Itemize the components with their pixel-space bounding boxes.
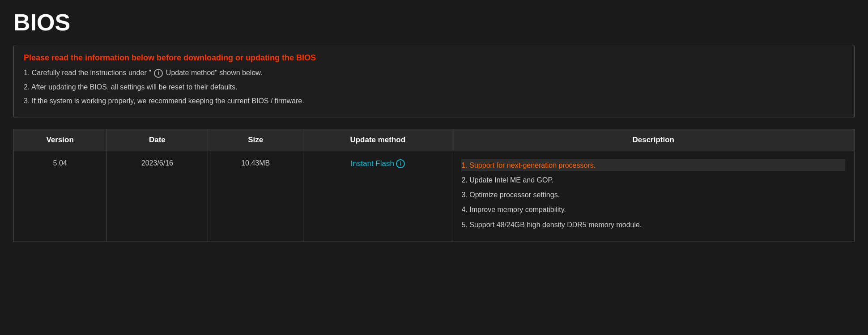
warning-item-3: 3. If the system is working properly, we… [24,95,844,107]
warning-title: Please read the information below before… [24,53,844,63]
instant-flash-link[interactable]: Instant Flashi [351,159,405,168]
instant-flash-info-icon[interactable]: i [396,159,405,168]
cell-date: 2023/6/16 [106,151,208,242]
desc-item-4: 4. Improve memory compatibility. [461,204,845,216]
warning-box: Please read the information below before… [13,45,855,118]
col-header-description: Description [452,129,855,151]
warning-item-1: 1. Carefully read the instructions under… [24,67,844,79]
col-header-update-method: Update method [303,129,452,151]
col-header-version: Version [14,129,106,151]
bios-table: Version Date Size Update method Descript… [13,129,855,242]
cell-version: 5.04 [14,151,106,242]
cell-description: 1. Support for next-generation processor… [452,151,855,242]
page-title: BIOS [13,9,855,36]
info-icon-inline: i [154,69,163,78]
desc-item-3: 3. Optimize processor settings. [461,189,845,201]
warning-item-2: 2. After updating the BIOS, all settings… [24,81,844,93]
cell-size: 10.43MB [208,151,303,242]
instant-flash-label: Instant Flash [351,159,394,168]
cell-update-method[interactable]: Instant Flashi [303,151,452,242]
desc-item-1: 1. Support for next-generation processor… [461,159,845,171]
col-header-size: Size [208,129,303,151]
col-header-date: Date [106,129,208,151]
desc-item-5: 5. Support 48/24GB high density DDR5 mem… [461,219,845,231]
desc-item-2: 2. Update Intel ME and GOP. [461,174,845,186]
table-header-row: Version Date Size Update method Descript… [14,129,855,151]
table-row: 5.04 2023/6/16 10.43MB Instant Flashi 1.… [14,151,855,242]
